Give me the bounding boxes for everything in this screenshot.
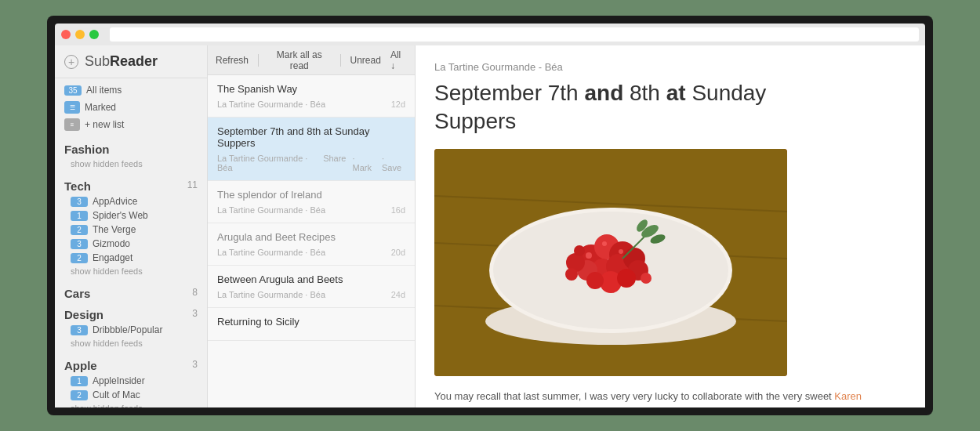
entry-title: The splendor of Ireland: [217, 189, 405, 201]
entry-september-7th[interactable]: September 7th and 8th at Sunday Suppers …: [208, 118, 415, 181]
new-list-label: + new list: [85, 119, 124, 130]
entry-source: La Tartine Gourmande · Béa: [217, 100, 325, 109]
feed-item-spiders-web[interactable]: 1 Spider's Web: [55, 208, 207, 223]
minimize-button[interactable]: [75, 30, 85, 39]
new-list-icon: ≡: [64, 118, 80, 131]
category-heading-apple[interactable]: Apple 3: [55, 353, 207, 374]
sidebar-item-new-list[interactable]: ≡ + new list: [55, 116, 207, 133]
maximize-button[interactable]: [89, 30, 99, 39]
entry-time: 16d: [391, 205, 405, 215]
article-source: La Tartine Gourmande - Béa: [434, 61, 906, 73]
svg-point-22: [619, 249, 623, 254]
feed-list: Refresh Mark all as read Unread All ↓ Th…: [208, 45, 416, 407]
mark-all-button[interactable]: Mark all as read: [268, 49, 331, 71]
show-hidden-design[interactable]: show hidden feeds: [55, 337, 207, 353]
category-heading-tech[interactable]: Tech 11: [55, 173, 207, 194]
mark-button[interactable]: · Mark: [352, 154, 375, 172]
article-image: [434, 149, 787, 376]
svg-point-20: [586, 252, 592, 259]
marked-label: Marked: [85, 102, 116, 113]
feed-item-appadvice[interactable]: 3 AppAdvice: [55, 194, 207, 208]
app-title: SubReader: [85, 53, 158, 70]
category-heading-fashion[interactable]: Fashion: [55, 136, 207, 158]
entry-source: La Tartine Gourmande · Béa: [217, 290, 325, 299]
entry-returning-sicily[interactable]: Returning to Sicily: [208, 308, 415, 341]
sidebar-item-all[interactable]: 35 All items: [55, 81, 207, 99]
entry-spanish-way[interactable]: The Spanish Way La Tartine Gourmande · B…: [208, 75, 415, 118]
sidebar-header: + SubReader: [55, 45, 207, 78]
feed-item-engadget[interactable]: 2 Engadget: [55, 251, 207, 265]
entry-source: La Tartine Gourmande · Béa: [217, 248, 325, 257]
entry-source: La Tartine Gourmande · Béa: [217, 154, 323, 172]
toolbar-separator-2: [340, 54, 341, 67]
body-text-start: You may recall that last summer, I was v…: [434, 390, 834, 402]
svg-point-21: [602, 241, 607, 246]
category-tech: Tech 11 3 AppAdvice 1 Spider's Web 2 The…: [55, 173, 207, 281]
entry-meta: La Tartine Gourmande · Béa Share · Mark …: [217, 154, 405, 172]
link-sunday-suppers[interactable]: Sunday Suppers: [508, 407, 583, 407]
filter-unread[interactable]: Unread: [350, 55, 381, 66]
entry-time: 12d: [391, 100, 405, 109]
svg-point-27: [565, 268, 578, 281]
show-hidden-tech[interactable]: show hidden feeds: [55, 265, 207, 281]
refresh-button[interactable]: Refresh: [216, 55, 249, 66]
entry-title: Returning to Sicily: [217, 316, 405, 328]
title-bar: [55, 24, 925, 45]
entry-title: Arugula and Beet Recipes: [217, 231, 405, 243]
entry-time: 24d: [391, 290, 405, 299]
entry-title: Between Arugula and Beets: [217, 273, 405, 285]
category-design: Design 3 3 Dribbble/Popular show hidden …: [55, 302, 207, 353]
entry-arugula-beet-recipes[interactable]: Arugula and Beet Recipes La Tartine Gour…: [208, 223, 415, 266]
url-bar[interactable]: [110, 27, 919, 42]
entry-between-arugula[interactable]: Between Arugula and Beets La Tartine Gou…: [208, 266, 415, 308]
close-button[interactable]: [61, 30, 71, 39]
computer-frame: + SubReader 35 All items ☰ Marked: [47, 16, 933, 415]
entry-splendor-ireland[interactable]: The splendor of Ireland La Tartine Gourm…: [208, 181, 415, 223]
category-fashion: Fashion show hidden feeds: [55, 136, 207, 173]
body-text-from: from: [482, 407, 508, 407]
feed-toolbar: Refresh Mark all as read Unread All ↓: [208, 45, 415, 75]
article-pane: La Tartine Gourmande - Béa September 7th…: [416, 45, 925, 407]
article-body: You may recall that last summer, I was v…: [434, 389, 906, 407]
entry-title: The Spanish Way: [217, 83, 405, 95]
entry-meta: La Tartine Gourmande · Béa 24d: [217, 290, 405, 299]
feed-item-gizmodo[interactable]: 3 Gizmodo: [55, 237, 207, 251]
svg-point-29: [574, 245, 585, 256]
add-feed-button[interactable]: +: [64, 55, 78, 69]
feed-item-dribbble[interactable]: 3 Dribbble/Popular: [55, 323, 207, 337]
entry-time: 20d: [391, 248, 405, 257]
marked-icon: ☰: [64, 101, 80, 114]
all-items-label: All items: [86, 85, 122, 96]
show-hidden-fashion[interactable]: show hidden feeds: [55, 158, 207, 173]
entry-actions: Share · Mark · Save: [323, 154, 405, 172]
all-items-badge: 35: [64, 85, 82, 96]
category-heading-design[interactable]: Design 3: [55, 302, 207, 323]
svg-point-18: [617, 269, 636, 288]
category-apple: Apple 3 1 AppleInsider 2 Cult of Mac sho…: [55, 353, 207, 407]
app-window: + SubReader 35 All items ☰ Marked: [55, 45, 925, 407]
sidebar: + SubReader 35 All items ☰ Marked: [55, 45, 208, 407]
filter-all[interactable]: All ↓: [390, 49, 407, 71]
svg-point-19: [586, 272, 604, 289]
sidebar-item-marked[interactable]: ☰ Marked: [55, 99, 207, 116]
feed-item-appleinsider[interactable]: 1 AppleInsider: [55, 374, 207, 388]
body-text-teach: to teach a: [583, 407, 633, 407]
toolbar-separator-1: [258, 54, 259, 67]
show-hidden-apple[interactable]: show hidden feeds: [55, 402, 207, 407]
feed-item-cult-of-mac[interactable]: 2 Cult of Mac: [55, 388, 207, 402]
entry-meta: La Tartine Gourmande · Béa 12d: [217, 100, 405, 109]
link-food-styling[interactable]: food styling and photography workshop: [633, 407, 811, 407]
entry-meta: La Tartine Gourmande · Béa 20d: [217, 248, 405, 257]
share-button[interactable]: Share: [323, 154, 346, 172]
feed-item-the-verge[interactable]: 2 The Verge: [55, 223, 207, 237]
category-heading-cars[interactable]: Cars 8: [55, 281, 207, 302]
entry-meta: La Tartine Gourmande · Béa 16d: [217, 205, 405, 215]
entry-source: La Tartine Gourmande · Béa: [217, 205, 325, 215]
article-title: September 7th and 8th at SundaySuppers: [434, 79, 906, 136]
sidebar-global-section: 35 All items ☰ Marked ≡ + new list: [55, 78, 207, 136]
entry-title: September 7th and 8th at Sunday Suppers: [217, 125, 405, 149]
svg-point-28: [641, 273, 652, 284]
save-button[interactable]: · Save: [382, 154, 405, 172]
category-cars: Cars 8: [55, 281, 207, 302]
